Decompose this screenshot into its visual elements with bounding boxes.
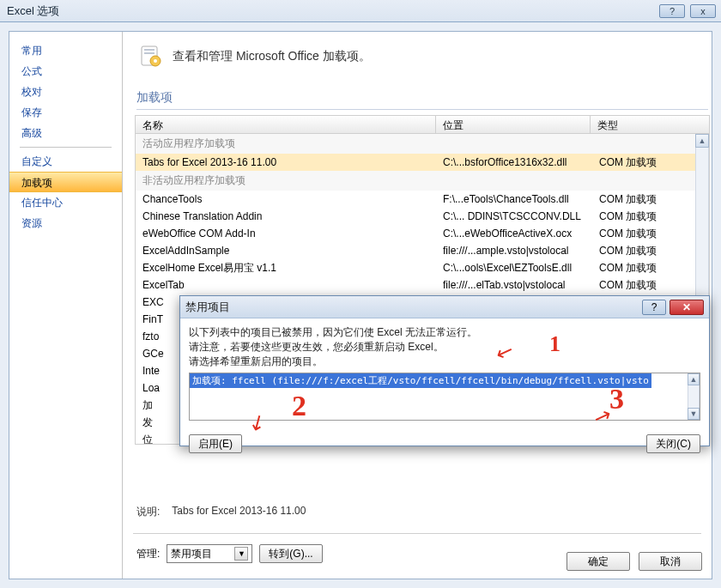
manage-dropdown[interactable]: 禁用项目 ▼ <box>167 544 252 563</box>
addin-location: C:\...ools\Excel\EZToolsE.dll <box>436 259 592 276</box>
window-title: Excel 选项 <box>5 3 659 19</box>
addin-type: COM 加载项 <box>592 208 709 225</box>
addin-row[interactable]: Tabs for Excel 2013-16 11.00C:\...bsforO… <box>136 154 709 171</box>
sidebar-item-customize[interactable]: 自定义 <box>9 151 122 172</box>
chevron-down-icon: ▼ <box>234 547 248 561</box>
scroll-up[interactable]: ▲ <box>695 134 709 148</box>
category-sidebar: 常用 公式 校对 保存 高级 自定义 加载项 信任中心 资源 <box>9 32 123 579</box>
ok-button[interactable]: 确定 <box>566 552 630 571</box>
sidebar-item-save[interactable]: 保存 <box>9 102 122 123</box>
col-location[interactable]: 位置 <box>436 116 591 133</box>
addin-row[interactable]: eWebOffice COM Add-InC:\...eWebOfficeAct… <box>136 225 709 242</box>
sidebar-item-proofing[interactable]: 校对 <box>9 82 122 102</box>
addin-name: ExcelHome Excel易用宝 v1.1 <box>136 259 436 276</box>
addin-row[interactable]: ExcelHome Excel易用宝 v1.1C:\...ools\Excel\… <box>136 259 709 276</box>
addin-type: COM 加载项 <box>592 225 709 242</box>
desc-value: Tabs for Excel 2013-16 11.00 <box>172 505 306 519</box>
svg-rect-1 <box>144 49 154 51</box>
dialog-title: 禁用项目 <box>185 300 642 315</box>
addin-location: C:\...bsforOffice1316x32.dll <box>436 154 592 171</box>
addin-row[interactable]: Chinese Translation AddinC:\... DDINS\TC… <box>136 208 709 225</box>
go-button[interactable]: 转到(G)... <box>259 544 322 563</box>
col-name[interactable]: 名称 <box>136 116 436 133</box>
manage-value: 禁用项目 <box>171 547 212 561</box>
sidebar-divider <box>20 147 112 148</box>
sidebar-item-advanced[interactable]: 高级 <box>9 123 122 143</box>
help-button[interactable]: ? <box>659 4 685 18</box>
dlg-scroll-track[interactable] <box>688 385 700 408</box>
addin-name: Tabs for Excel 2013-16 11.00 <box>136 154 436 171</box>
svg-point-4 <box>154 59 157 63</box>
disabled-items-dialog: 禁用项目 ? ✕ 以下列表中的项目已被禁用，因为它们使 Excel 无法正常运行… <box>179 295 710 446</box>
addin-location: F:\...eTools\ChanceTools.dll <box>436 191 592 208</box>
dlg-scroll-down[interactable]: ▼ <box>688 408 700 420</box>
sidebar-item-formulas[interactable]: 公式 <box>9 61 122 82</box>
addin-location: C:\...eWebOfficeActiveX.ocx <box>436 225 592 242</box>
addin-location: file:///...ample.vsto|vstolocal <box>436 242 592 259</box>
enable-button[interactable]: 启用(E) <box>189 434 242 453</box>
group-label: 非活动应用程序加载项 <box>136 171 709 191</box>
addin-type: COM 加载项 <box>592 242 709 259</box>
addin-location: C:\... DDINS\TCSCCONV.DLL <box>436 208 592 225</box>
excel-options-titlebar: Excel 选项 ? x <box>0 0 721 22</box>
addin-row[interactable]: ChanceToolsF:\...eTools\ChanceTools.dllC… <box>136 191 709 208</box>
addin-name: ExcelTab <box>136 276 436 294</box>
manage-label: 管理: <box>136 547 160 561</box>
dialog-help-button[interactable]: ? <box>642 300 666 315</box>
dialog-line3: 请选择希望重新启用的项目。 <box>189 355 700 369</box>
panel-title: 查看和管理 Microsoft Office 加载项。 <box>173 49 371 64</box>
addin-type: COM 加载项 <box>592 154 709 171</box>
disabled-items-list[interactable]: 加载项: ffcell (file:///f:/excel工程/vsto/ffc… <box>189 373 700 421</box>
dlg-scroll-up[interactable]: ▲ <box>688 373 700 385</box>
addin-name: eWebOffice COM Add-In <box>136 225 436 242</box>
addin-name: ExcelAddInSample <box>136 242 436 259</box>
col-type[interactable]: 类型 <box>591 116 709 133</box>
group-label: 活动应用程序加载项 <box>136 134 709 154</box>
dialog-line1: 以下列表中的项目已被禁用，因为它们使 Excel 无法正常运行。 <box>189 325 700 340</box>
dialog-line2: 请注意，若要使这些更改生效，您必须重新启动 Excel。 <box>189 340 700 355</box>
addin-type: COM 加载项 <box>592 191 709 208</box>
addins-icon <box>138 44 164 70</box>
sidebar-item-resources[interactable]: 资源 <box>9 213 122 233</box>
addin-row[interactable]: ExcelTabfile:///...elTab.vsto|vstolocalC… <box>136 276 709 294</box>
addin-type: COM 加载项 <box>592 276 709 294</box>
svg-rect-2 <box>144 52 154 54</box>
sidebar-item-addins[interactable]: 加载项 <box>9 172 122 192</box>
close-button[interactable]: x <box>690 4 716 18</box>
list-header: 名称 位置 类型 <box>135 115 710 134</box>
disabled-item-selected[interactable]: 加载项: ffcell (file:///f:/excel工程/vsto/ffc… <box>190 373 651 388</box>
sidebar-item-common[interactable]: 常用 <box>9 40 122 61</box>
sidebar-item-trust-center[interactable]: 信任中心 <box>9 192 122 213</box>
addin-name: Chinese Translation Addin <box>136 208 436 225</box>
section-title: 加载项 <box>136 90 708 110</box>
addin-type: COM 加载项 <box>592 259 709 276</box>
addin-location: file:///...elTab.vsto|vstolocal <box>436 276 592 294</box>
addin-row[interactable]: ExcelAddInSamplefile:///...ample.vsto|vs… <box>136 242 709 259</box>
dialog-close-button[interactable]: ✕ <box>670 300 704 315</box>
cancel-button[interactable]: 取消 <box>639 552 702 571</box>
addin-name: ChanceTools <box>136 191 436 208</box>
desc-label: 说明: <box>136 505 160 519</box>
dialog-close-btn[interactable]: 关闭(C) <box>646 434 700 453</box>
